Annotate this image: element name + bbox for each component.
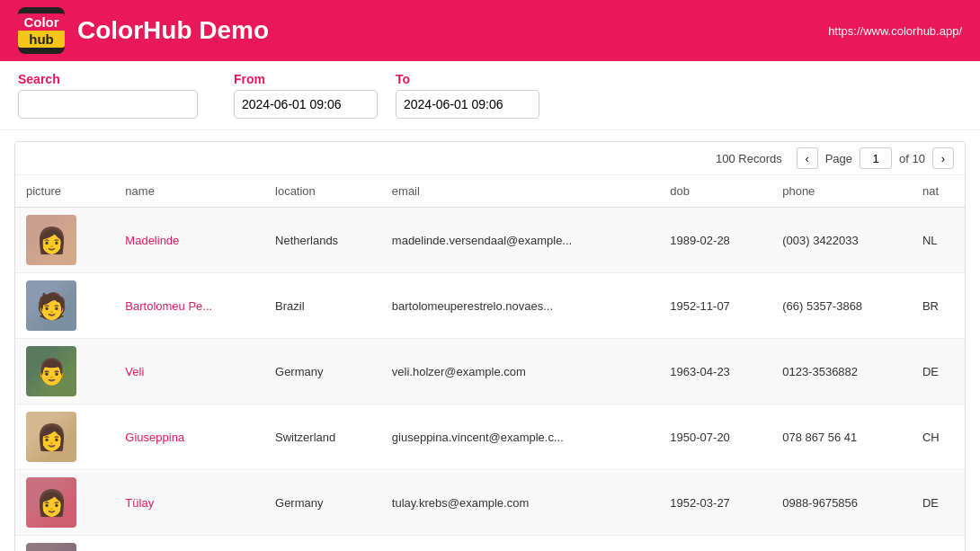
page-label: Page (825, 152, 852, 165)
avatar: 🧑 (26, 280, 76, 331)
cell-location: Switzerland (264, 404, 381, 470)
cell-name[interactable]: Veli (114, 339, 264, 404)
cell-nat: DE (912, 339, 965, 404)
cell-nat: CH (912, 404, 965, 470)
avatar: 👩 (26, 215, 76, 265)
cell-phone: (003) 3422033 (771, 208, 912, 273)
to-group: To (396, 72, 539, 119)
from-group: From (234, 72, 378, 119)
date-range-row: From To (234, 72, 539, 119)
search-input[interactable] (18, 90, 198, 119)
table-body: 👩MadelindeNetherlandsmadelinde.versendaa… (15, 208, 965, 552)
cell-email: tulay.krebs@example.com (381, 470, 660, 536)
header-url: https://www.colorhub.app/ (828, 24, 962, 38)
cell-name[interactable]: Giuseppina (114, 404, 264, 470)
avatar: 👩 (26, 477, 76, 528)
pagination-bar: 100 Records ‹ Page of 10 › (15, 142, 965, 175)
table-row: 👩TülayGermanytulay.krebs@example.com1952… (15, 470, 965, 536)
search-group: Search (18, 72, 198, 119)
cell-location: Brazil (264, 273, 381, 339)
next-page-button[interactable]: › (932, 147, 954, 169)
from-label: From (234, 72, 378, 86)
logo: Color hub (18, 7, 65, 54)
col-picture: picture (15, 175, 114, 208)
cell-email: giuseppina.vincent@example.c... (381, 404, 660, 470)
col-phone: phone (771, 175, 912, 208)
cell-nat: NL (912, 208, 965, 273)
cell-dob: 1952-03-27 (659, 470, 771, 536)
from-input[interactable] (234, 90, 378, 119)
app-header: Color hub ColorHub Demo https://www.colo… (0, 0, 980, 61)
cell-name[interactable]: Madelinde (114, 208, 264, 273)
avatar: 🧔 (26, 543, 76, 551)
cell-location: Netherlands (264, 208, 381, 273)
cell-email: madelinde.versendaal@example... (381, 208, 660, 273)
name-link[interactable]: Bartolomeu Pe... (125, 299, 212, 313)
cell-location: Germany (264, 470, 381, 536)
cell-picture: 👩 (15, 404, 114, 470)
cell-phone: (66) 5357-3868 (771, 273, 912, 339)
cell-dob: 1963-04-23 (659, 339, 771, 404)
name-link[interactable]: Tülay (125, 496, 154, 510)
avatar: 👩 (26, 412, 76, 462)
col-email: email (381, 175, 660, 208)
table-row: 🧔AndrésSpainandres.vicente@example.com19… (15, 536, 965, 552)
header-left: Color hub ColorHub Demo (18, 7, 269, 54)
name-link[interactable]: Giuseppina (125, 431, 184, 444)
col-dob: dob (659, 175, 771, 208)
cell-name[interactable]: Bartolomeu Pe... (114, 273, 264, 339)
cell-nat: ES (912, 536, 965, 552)
cell-phone: 0988-9675856 (771, 470, 912, 536)
search-label: Search (18, 72, 198, 86)
cell-dob: 1952-11-07 (659, 273, 771, 339)
logo-bottom: hub (18, 31, 65, 48)
cell-picture: 👨 (15, 339, 114, 404)
col-nat: nat (912, 175, 965, 208)
to-label: To (396, 72, 539, 86)
cell-picture: 🧔 (15, 536, 114, 552)
col-location: location (264, 175, 381, 208)
cell-dob: 1994-05-23 (659, 536, 771, 552)
table-header: picture name location email dob phone na… (15, 175, 965, 208)
prev-page-button[interactable]: ‹ (797, 147, 818, 169)
table-container: 100 Records ‹ Page of 10 › picture name … (14, 141, 966, 551)
table-row: 🧑Bartolomeu Pe...Brazilbartolomeuperestr… (15, 273, 965, 339)
cell-nat: BR (912, 273, 965, 339)
cell-picture: 👩 (15, 208, 114, 273)
cell-phone: 0123-3536882 (771, 339, 912, 404)
table-row: 👩MadelindeNetherlandsmadelinde.versendaa… (15, 208, 965, 273)
cell-email: andres.vicente@example.com (381, 536, 660, 552)
col-name: name (114, 175, 264, 208)
data-table: picture name location email dob phone na… (15, 175, 965, 551)
avatar: 👨 (26, 346, 76, 396)
cell-location: Germany (264, 339, 381, 404)
cell-dob: 1950-07-20 (659, 404, 771, 470)
app-title: ColorHub Demo (77, 16, 269, 45)
table-row: 👩GiuseppinaSwitzerlandgiuseppina.vincent… (15, 404, 965, 470)
cell-location: Spain (264, 536, 381, 552)
cell-picture: 👩 (15, 470, 114, 536)
total-pages: of 10 (899, 152, 925, 165)
cell-email: bartolomeuperestrelo.novaes... (381, 273, 660, 339)
name-link[interactable]: Veli (125, 365, 144, 378)
cell-email: veli.holzer@example.com (381, 339, 660, 404)
cell-dob: 1989-02-28 (659, 208, 771, 273)
cell-name[interactable]: Andrés (114, 536, 264, 552)
cell-picture: 🧑 (15, 273, 114, 339)
cell-nat: DE (912, 470, 965, 536)
logo-top: Color (18, 13, 65, 31)
controls-bar: Search From To (0, 61, 980, 130)
cell-phone: 078 867 56 41 (771, 404, 912, 470)
header-row: picture name location email dob phone na… (15, 175, 965, 208)
page-number-input[interactable] (860, 147, 892, 169)
name-link[interactable]: Madelinde (125, 234, 179, 247)
records-count: 100 Records (716, 152, 782, 165)
to-input[interactable] (396, 90, 539, 119)
cell-phone: 993-393-944 (771, 536, 912, 552)
table-row: 👨VeliGermanyveli.holzer@example.com1963-… (15, 339, 965, 404)
cell-name[interactable]: Tülay (114, 470, 264, 536)
